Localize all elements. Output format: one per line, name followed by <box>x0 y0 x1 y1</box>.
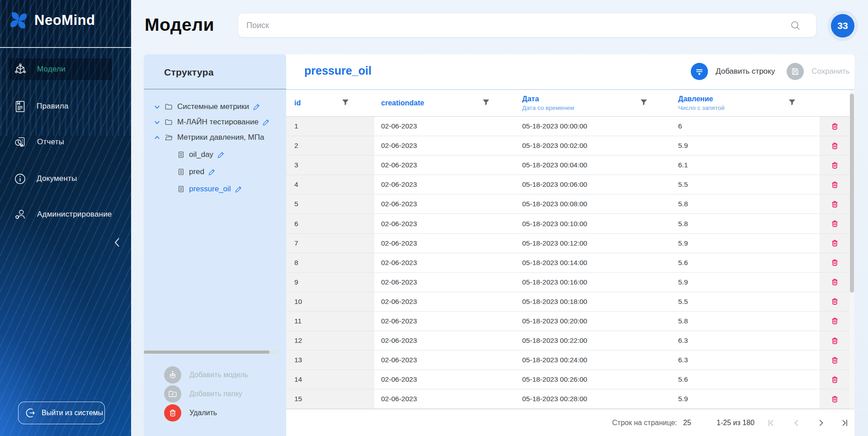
tree-horizontal-scrollbar-thumb[interactable] <box>144 351 269 354</box>
column-header-id[interactable]: id <box>294 90 301 116</box>
data-table-panel: pressure_oil Добавить строку Сохранить <box>286 54 854 436</box>
tree-leaf-model[interactable]: oil_day <box>178 150 225 159</box>
delete-button[interactable]: Удалить <box>164 404 217 422</box>
cell-id: 10 <box>286 292 374 311</box>
next-page-icon[interactable] <box>816 417 826 428</box>
rows-per-page-value[interactable]: 25 <box>683 409 691 436</box>
table-doc-icon <box>178 185 184 193</box>
add-folder-button[interactable]: Добавить папку <box>164 385 242 403</box>
cell-date: 05-18-2023 00:10:00 <box>515 214 671 233</box>
cell-date: 05-18-2023 00:02:00 <box>515 136 671 155</box>
tree-leaf-model[interactable]: pred <box>178 167 216 176</box>
neomind-logo-icon <box>8 10 29 31</box>
tree-leaf-label[interactable]: pressure_oil <box>189 185 231 194</box>
edit-pencil-icon[interactable] <box>208 168 216 176</box>
sidebar-item-label: Документы <box>37 174 77 183</box>
table-body: 102-06-202305-18-2023 00:00:006202-06-20… <box>286 117 849 409</box>
column-header-creationdate[interactable]: creationdate <box>381 90 424 116</box>
chevron-down-icon[interactable] <box>153 118 161 126</box>
delete-row-button[interactable] <box>820 292 849 311</box>
tree-item-label[interactable]: Метрики давления, МПа <box>177 133 264 142</box>
sidebar-item-rules[interactable]: Правила <box>0 95 131 117</box>
cell-creationdate: 02-06-2023 <box>374 117 515 136</box>
delete-row-button[interactable] <box>820 175 849 194</box>
search-input[interactable] <box>238 21 816 30</box>
cell-id: 14 <box>286 370 374 389</box>
chevron-down-icon[interactable] <box>153 103 161 111</box>
cell-date: 05-18-2023 00:00:00 <box>515 117 671 136</box>
chevron-up-icon[interactable] <box>153 134 161 142</box>
cell-id: 12 <box>286 331 374 350</box>
filter-icon[interactable] <box>640 99 648 108</box>
table-row: 702-06-202305-18-2023 00:12:005.9 <box>286 234 849 253</box>
delete-row-button[interactable] <box>820 370 849 389</box>
first-page-icon[interactable] <box>766 417 777 428</box>
tree-horizontal-scrollbar[interactable] <box>144 351 278 354</box>
app-window: NeoMind Модели Правила <box>0 0 868 436</box>
tree-leaf-model-selected[interactable]: pressure_oil <box>178 185 242 194</box>
delete-row-button[interactable] <box>820 194 849 213</box>
cell-creationdate: 02-06-2023 <box>374 312 515 331</box>
cell-id: 5 <box>286 194 374 213</box>
cell-date: 05-18-2023 00:16:00 <box>515 273 671 292</box>
cell-date: 05-18-2023 00:18:00 <box>515 292 671 311</box>
report-chart-icon <box>14 135 27 149</box>
previous-page-icon[interactable] <box>791 417 802 428</box>
last-page-icon[interactable] <box>839 417 850 428</box>
info-circle-icon <box>14 172 27 185</box>
logout-label: Выйти из системы <box>42 409 103 417</box>
tree-item-folder[interactable]: Системные метрики <box>153 102 260 111</box>
save-button[interactable]: Сохранить <box>787 63 849 80</box>
filter-icon[interactable] <box>341 99 349 108</box>
table-row: 1402-06-202305-18-2023 00:26:005.6 <box>286 370 849 389</box>
cell-id: 13 <box>286 351 374 370</box>
sidebar-item-administration[interactable]: Администрирование <box>0 204 131 225</box>
delete-row-button[interactable] <box>820 234 849 253</box>
cell-id: 1 <box>286 117 374 136</box>
tree-item-folder-expanded[interactable]: Метрики давления, МПа <box>153 133 264 142</box>
table-row: 802-06-202305-18-2023 00:14:005.6 <box>286 253 849 273</box>
cell-date: 05-18-2023 00:04:00 <box>515 156 671 175</box>
delete-row-button[interactable] <box>820 156 849 175</box>
table-vertical-scrollbar[interactable] <box>849 90 854 418</box>
tree-item-label[interactable]: Системные метрики <box>177 102 249 111</box>
delete-row-button[interactable] <box>820 214 849 233</box>
edit-pencil-icon[interactable] <box>217 151 225 159</box>
sidebar-item-models[interactable]: Модели <box>9 58 112 80</box>
column-name: id <box>294 99 301 107</box>
add-model-button[interactable]: Добавить модель <box>164 366 248 384</box>
column-subtitle: Число с запятой <box>678 104 724 111</box>
notification-badge[interactable]: 33 <box>831 14 854 38</box>
delete-row-button[interactable] <box>820 312 849 331</box>
logout-button[interactable]: Выйти из системы <box>18 402 105 424</box>
delete-row-button[interactable] <box>820 117 849 136</box>
edit-pencil-icon[interactable] <box>262 118 270 126</box>
tree-item-folder[interactable]: М-ЛАЙН тестирование <box>153 118 270 127</box>
delete-row-button[interactable] <box>820 253 849 272</box>
tree-leaf-label[interactable]: oil_day <box>189 150 213 159</box>
delete-row-button[interactable] <box>820 351 849 370</box>
delete-row-button[interactable] <box>820 331 849 350</box>
delete-row-button[interactable] <box>820 389 849 408</box>
sidebar-collapse-icon[interactable] <box>113 236 121 249</box>
search-icon[interactable] <box>790 20 802 32</box>
add-row-button[interactable]: Добавить строку <box>691 63 775 80</box>
tree-leaf-label[interactable]: pred <box>189 167 204 176</box>
filter-icon[interactable] <box>788 99 796 108</box>
edit-pencil-icon[interactable] <box>235 185 242 193</box>
column-header-date[interactable]: Дата Дата со временем <box>522 90 574 116</box>
tree-item-label[interactable]: М-ЛАЙН тестирование <box>177 118 259 127</box>
sidebar-item-reports[interactable]: Отчеты <box>0 131 131 153</box>
cell-pressure: 5.6 <box>671 370 820 389</box>
column-header-pressure[interactable]: Давление Число с запятой <box>678 90 724 116</box>
table-footer: Строк на странице: 25 1-25 из 180 <box>286 409 854 436</box>
sidebar-item-documents[interactable]: Документы <box>0 168 131 190</box>
filter-icon[interactable] <box>482 99 490 108</box>
edit-pencil-icon[interactable] <box>253 103 260 111</box>
delete-row-button[interactable] <box>820 136 849 155</box>
cell-creationdate: 02-06-2023 <box>374 136 515 155</box>
delete-row-button[interactable] <box>820 273 849 292</box>
table-vertical-scrollbar-thumb[interactable] <box>850 94 854 293</box>
table-row: 1102-06-202305-18-2023 00:20:005.8 <box>286 312 849 331</box>
admin-user-gear-icon <box>14 208 27 221</box>
